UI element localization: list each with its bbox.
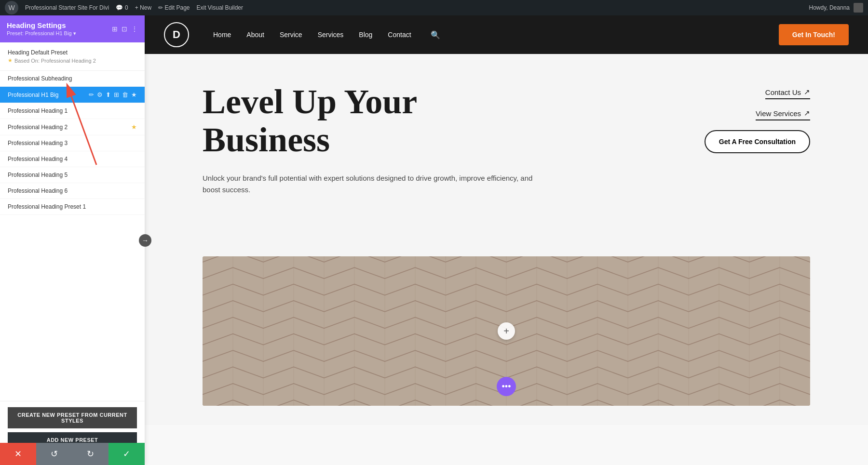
admin-bar-exit-builder[interactable]: Exit Visual Builder bbox=[196, 4, 243, 11]
default-preset-name: Heading Default Preset bbox=[8, 49, 137, 56]
nav-cta-button[interactable]: Get In Touch! bbox=[779, 24, 849, 45]
hero-heading: Level Up Your Business bbox=[203, 83, 685, 159]
main-layout: Heading Settings Preset: Professional H1… bbox=[0, 15, 868, 465]
sidebar-header-actions: ⊞ ⊡ ⋮ bbox=[112, 25, 138, 33]
site-nav-links: Home About Service Services Blog Contact… bbox=[213, 30, 440, 40]
sidebar-preset-label[interactable]: Preset: Professional H1 Big ▾ bbox=[7, 30, 76, 37]
hero-contact-link[interactable]: Contact Us ↗ bbox=[765, 88, 810, 99]
sidebar-header: Heading Settings Preset: Professional H1… bbox=[0, 15, 145, 42]
content-area: D Home About Service Services Blog Conta… bbox=[145, 15, 868, 465]
copy-icon[interactable]: ⊞ bbox=[114, 91, 119, 98]
sidebar-body: Heading Default Preset ★ Based On: Profe… bbox=[0, 42, 145, 401]
add-section-button[interactable]: + bbox=[498, 322, 515, 340]
preset-item-label: Professional H1 Big bbox=[8, 92, 89, 98]
preset-item-professional-heading-5[interactable]: Professional Heading 5 bbox=[0, 167, 145, 183]
hero-services-link[interactable]: View Services ↗ bbox=[756, 109, 810, 120]
bottom-toolbar: ✕ ↺ ↻ ✓ bbox=[0, 443, 145, 465]
sidebar-arrow-indicator[interactable]: → bbox=[139, 234, 151, 247]
admin-bar-site-name[interactable]: Professional Starter Site For Divi bbox=[25, 4, 109, 11]
preset-item-professional-heading-3[interactable]: Professional Heading 3 bbox=[0, 135, 145, 151]
hero-right: Contact Us ↗ View Services ↗ Get A Free … bbox=[704, 83, 810, 153]
preset-item-label: Professional Heading 3 bbox=[8, 140, 137, 146]
sidebar-layout-icon[interactable]: ⊡ bbox=[122, 25, 127, 33]
sidebar-settings-icon[interactable]: ⊞ bbox=[112, 25, 118, 33]
preset-item-label: Professional Heading Preset 1 bbox=[8, 203, 137, 210]
nav-link-services[interactable]: Services bbox=[318, 31, 344, 39]
nav-link-blog[interactable]: Blog bbox=[359, 31, 372, 39]
preset-item-label: Professional Heading 2 bbox=[8, 124, 131, 131]
undo-button[interactable]: ↺ bbox=[36, 443, 72, 465]
default-preset-based: ★ Based On: Professional Heading 2 bbox=[8, 57, 137, 64]
site-logo: D bbox=[164, 22, 189, 47]
preset-star-icon[interactable]: ★ bbox=[131, 123, 137, 131]
hero-section: Level Up Your Business Unlock your brand… bbox=[145, 54, 868, 256]
star-icon[interactable]: ★ bbox=[131, 91, 137, 98]
preset-item-professional-heading-4[interactable]: Professional Heading 4 bbox=[0, 151, 145, 167]
admin-bar-right: Howdy, Deanna bbox=[809, 3, 864, 13]
nav-link-contact[interactable]: Contact bbox=[388, 31, 411, 39]
sidebar-more-icon[interactable]: ⋮ bbox=[131, 25, 138, 33]
wp-logo-text: W bbox=[8, 4, 14, 12]
admin-bar-new[interactable]: + New bbox=[135, 4, 151, 11]
preset-item-label: Professional Heading 6 bbox=[8, 187, 137, 194]
preset-item-professional-heading-6[interactable]: Professional Heading 6 bbox=[0, 183, 145, 199]
preset-item-professional-heading-1[interactable]: Professional Heading 1 bbox=[0, 103, 145, 119]
admin-bar-edit-page[interactable]: ✏ Edit Page bbox=[158, 4, 190, 11]
site-navbar: D Home About Service Services Blog Conta… bbox=[145, 15, 868, 54]
create-preset-button[interactable]: CREATE NEW PRESET FROM CURRENT STYLES bbox=[8, 407, 137, 428]
preset-item-professional-h1-big[interactable]: Professional H1 Big✏⚙⬆⊞🗑★ bbox=[0, 87, 145, 103]
preset-list: Professional SubheadingProfessional H1 B… bbox=[0, 71, 145, 215]
confirm-button[interactable]: ✓ bbox=[108, 443, 145, 465]
wp-logo[interactable]: W bbox=[5, 1, 18, 14]
hero-subtext: Unlock your brand's full potential with … bbox=[203, 173, 540, 196]
nav-link-home[interactable]: Home bbox=[213, 31, 231, 39]
admin-bar: W Professional Starter Site For Divi 💬 0… bbox=[0, 0, 868, 15]
delete-icon[interactable]: 🗑 bbox=[122, 91, 128, 98]
preset-item-professional-heading-preset-1[interactable]: Professional Heading Preset 1 bbox=[0, 199, 145, 215]
hero-cta-button[interactable]: Get A Free Consultation bbox=[705, 130, 810, 153]
preset-item-label: Professional Subheading bbox=[8, 75, 137, 82]
more-options-button[interactable]: ••• bbox=[497, 377, 516, 396]
settings-icon[interactable]: ⚙ bbox=[97, 91, 103, 98]
nav-link-about[interactable]: About bbox=[246, 31, 264, 39]
star-icon: ★ bbox=[8, 57, 13, 64]
preset-item-label: Professional Heading 1 bbox=[8, 107, 137, 114]
redo-button[interactable]: ↻ bbox=[72, 443, 108, 465]
upload-icon[interactable]: ⬆ bbox=[106, 91, 111, 98]
preset-item-professional-heading-2[interactable]: Professional Heading 2★ bbox=[0, 119, 145, 135]
building-image: + ••• bbox=[203, 256, 810, 406]
edit-icon[interactable]: ✏ bbox=[89, 91, 94, 98]
preset-item-actions: ✏⚙⬆⊞🗑★ bbox=[89, 91, 137, 98]
admin-bar-howdy: Howdy, Deanna bbox=[809, 4, 850, 11]
admin-avatar bbox=[854, 3, 863, 13]
default-preset-block: Heading Default Preset ★ Based On: Profe… bbox=[0, 42, 145, 71]
admin-bar-comments[interactable]: 💬 0 bbox=[116, 4, 128, 11]
preset-item-label: Professional Heading 5 bbox=[8, 172, 137, 178]
preset-item-professional-subheading[interactable]: Professional Subheading bbox=[0, 71, 145, 87]
sidebar-panel: Heading Settings Preset: Professional H1… bbox=[0, 15, 145, 465]
nav-search-icon[interactable]: 🔍 bbox=[431, 30, 440, 40]
nav-link-service[interactable]: Service bbox=[280, 31, 302, 39]
sidebar-title: Heading Settings bbox=[7, 21, 76, 29]
preset-item-label: Professional Heading 4 bbox=[8, 156, 137, 162]
hero-left: Level Up Your Business Unlock your brand… bbox=[203, 83, 685, 196]
image-section: + ••• bbox=[145, 256, 868, 425]
cancel-button[interactable]: ✕ bbox=[0, 443, 36, 465]
